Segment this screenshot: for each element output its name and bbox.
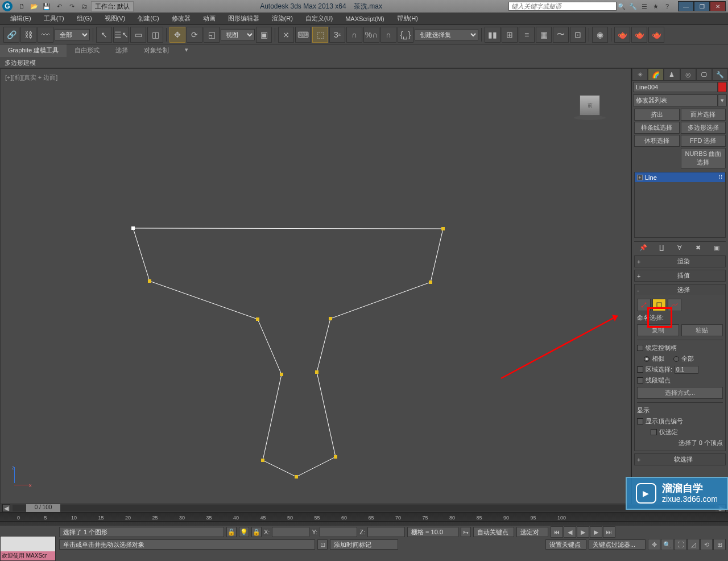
tool1-icon[interactable]: 🔧	[628, 1, 638, 11]
graphite-icon[interactable]: ▦	[536, 27, 552, 43]
ribbon-tab-modeling[interactable]: Graphite 建模工具	[0, 44, 67, 57]
link-icon[interactable]: 🗂	[78, 1, 90, 11]
select-scale-icon[interactable]: ◱	[204, 27, 220, 43]
next-frame-icon[interactable]: ▶	[590, 526, 602, 538]
isolate-icon[interactable]: 💡	[239, 527, 249, 537]
stack-item-line[interactable]: + Line ⁝⁝	[635, 172, 725, 182]
modifier-dropdown-arrow-icon[interactable]: ▾	[718, 94, 727, 106]
material-editor-icon[interactable]: ◉	[592, 27, 608, 43]
motion-panel-tab[interactable]: ◎	[680, 68, 696, 81]
comm-center-icon[interactable]: ⊡	[317, 539, 328, 550]
mod-btn-patchsel[interactable]: 面片选择	[681, 109, 726, 121]
menu-view[interactable]: 视图(V)	[99, 13, 131, 24]
set-key-button[interactable]: 设置关键点	[545, 539, 586, 550]
timeline-ruler[interactable]: 0510152025303540455055606570758085909510…	[0, 512, 728, 526]
modifier-list-dropdown[interactable]: 修改器列表	[633, 94, 718, 106]
named-selection-dropdown[interactable]: 创建选择集	[415, 29, 478, 40]
stack-expand-icon[interactable]: +	[637, 175, 643, 180]
close-button[interactable]: ✕	[710, 1, 726, 11]
area-select-checkbox[interactable]	[637, 366, 643, 373]
utilities-panel-tab[interactable]: 🔧	[712, 68, 728, 81]
rollout-toggle-icon[interactable]: +	[637, 258, 644, 265]
redo-icon[interactable]: ↷	[66, 1, 77, 11]
paste-selection-button[interactable]: 粘贴	[681, 324, 723, 336]
rollout-toggle-icon[interactable]: +	[637, 456, 644, 463]
menu-rendering[interactable]: 渲染(R)	[266, 13, 299, 24]
play-icon[interactable]: ▶	[577, 526, 589, 538]
goto-start-icon[interactable]: ⏮	[551, 526, 563, 538]
coord-z-field[interactable]	[367, 527, 405, 537]
select-name-icon[interactable]: ☰↖	[113, 27, 129, 43]
mod-btn-ffdsel[interactable]: FFD 选择	[681, 135, 726, 147]
select-object-icon[interactable]: ↖	[96, 27, 112, 43]
nav-fov-icon[interactable]: ◿	[687, 539, 700, 550]
viewport-front[interactable]: [+][前][真实 + 边面] 前 z x	[0, 68, 631, 504]
time-slider-handle[interactable]: 0 / 100	[26, 504, 60, 512]
minimize-button[interactable]: —	[678, 1, 694, 11]
maximize-button[interactable]: ❐	[694, 1, 710, 11]
key-filters-button[interactable]: 关键点过滤器...	[589, 539, 646, 550]
show-result-icon[interactable]: ∐	[657, 243, 666, 252]
render-production-icon[interactable]: 🫖	[648, 27, 664, 43]
snap-toggle-icon[interactable]: ⬚	[312, 27, 328, 43]
area-select-spinner[interactable]	[675, 366, 698, 374]
angle-snap-icon[interactable]: 3s	[329, 27, 345, 43]
add-time-tag-button[interactable]: 添加时间标记	[330, 539, 398, 550]
menu-animation[interactable]: 动画	[197, 13, 221, 24]
menu-maxscript[interactable]: MAXScript(M)	[340, 14, 390, 24]
menu-help[interactable]: 帮助(H)	[391, 13, 424, 24]
lock-handles-checkbox[interactable]	[637, 345, 643, 351]
nav-zoomext-icon[interactable]: ⛶	[674, 539, 686, 550]
render-setup-icon[interactable]: 🫖	[614, 27, 630, 43]
menu-create[interactable]: 创建(C)	[132, 13, 164, 24]
coord-x-field[interactable]	[272, 527, 309, 537]
similar-radio[interactable]	[644, 356, 650, 362]
selection-lock-icon[interactable]: 🔒	[251, 527, 262, 537]
mirror-icon[interactable]: ▮▮	[485, 27, 500, 43]
selected-set-dropdown[interactable]: 选定对	[516, 527, 548, 537]
select-move-icon[interactable]: ✥	[169, 27, 185, 43]
select-link-icon[interactable]: 🔗	[3, 27, 19, 43]
rollout-toggle-icon[interactable]: -	[637, 287, 644, 294]
configure-sets-icon[interactable]: ▣	[712, 243, 721, 252]
viewcube[interactable]: 前	[572, 92, 608, 120]
save-icon[interactable]: 💾	[41, 1, 52, 11]
edit-named-icon[interactable]: {␣}	[398, 27, 413, 43]
unlink-icon[interactable]: ⛓	[20, 27, 36, 43]
hierarchy-panel-tab[interactable]: ♟	[664, 68, 680, 81]
select-manipulate-icon[interactable]: ⤨	[278, 27, 294, 43]
snap-opts-icon[interactable]: ∩	[380, 27, 396, 43]
ribbon-tab-freeform[interactable]: 自由形式	[67, 44, 107, 57]
open-icon[interactable]: 📂	[28, 1, 40, 11]
bind-spacewarp-icon[interactable]: 〰	[38, 27, 53, 43]
timeline-prev-icon[interactable]: ◀	[2, 504, 10, 512]
selected-only-checkbox[interactable]	[651, 429, 657, 435]
nav-zoom-icon[interactable]: 🔍	[661, 539, 673, 550]
mod-btn-volsel[interactable]: 体积选择	[634, 135, 680, 147]
coord-y-field[interactable]	[320, 527, 357, 537]
rollout-toggle-icon[interactable]: +	[637, 273, 644, 279]
ribbon-tab-selection[interactable]: 选择	[107, 44, 136, 57]
mod-btn-nurbssel[interactable]: NURBS 曲面选择	[681, 148, 726, 168]
menu-edit[interactable]: 编辑(E)	[5, 13, 37, 24]
object-name-field[interactable]	[633, 82, 718, 92]
display-panel-tab[interactable]: 🖵	[696, 68, 712, 81]
pivot-center-icon[interactable]: ▣	[256, 27, 272, 43]
modifier-stack[interactable]: + Line ⁝⁝	[634, 172, 726, 238]
menu-tools[interactable]: 工具(T)	[38, 13, 70, 24]
star-icon[interactable]: ★	[651, 1, 661, 11]
curve-editor-icon[interactable]: 〜	[553, 27, 569, 43]
lock-selection-icon[interactable]: 🔓	[226, 527, 237, 537]
menu-modifiers[interactable]: 修改器	[166, 13, 196, 24]
segment-end-checkbox[interactable]	[637, 377, 643, 383]
workspace-dropdown[interactable]: 工作台: 默认	[91, 1, 134, 12]
key-mode-icon[interactable]: 🗝	[461, 527, 471, 537]
mod-btn-extrude[interactable]: 挤出	[634, 109, 680, 121]
new-icon[interactable]: 🗋	[16, 1, 27, 11]
nav-pan-icon[interactable]: ✥	[648, 539, 660, 550]
object-color-swatch[interactable]	[718, 82, 727, 92]
undo-icon[interactable]: ↶	[53, 1, 65, 11]
render-frame-icon[interactable]: 🫖	[631, 27, 647, 43]
nav-orbit-icon[interactable]: ⟲	[700, 539, 713, 550]
auto-key-button[interactable]: 自动关键点	[473, 527, 514, 537]
